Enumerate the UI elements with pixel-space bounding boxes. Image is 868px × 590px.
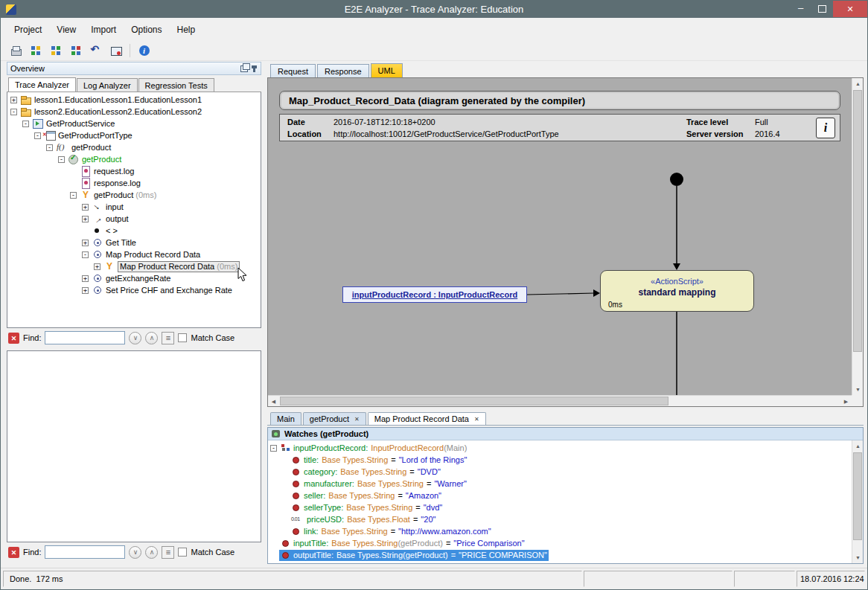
find-input[interactable] bbox=[45, 545, 125, 559]
watch-item-inputtitle[interactable]: inputTitle:Base Types.String(getProduct)… bbox=[268, 537, 852, 549]
close-icon[interactable]: ✕ bbox=[474, 416, 479, 423]
object-node-inputproductrecord[interactable]: inputProductRecord : InputProductRecord bbox=[342, 286, 527, 303]
watch-item-seller[interactable]: seller:Base Types.String="Amazon" bbox=[268, 490, 852, 501]
tree-item-response-log[interactable]: response.log bbox=[7, 177, 261, 189]
toolbar-button-info[interactable] bbox=[135, 42, 153, 59]
action-node-standard-mapping[interactable]: «ActionScript» standard mapping 0ms bbox=[600, 270, 754, 312]
match-case-checkbox[interactable] bbox=[178, 333, 187, 342]
tree-item-map-product-record-data[interactable]: +Map Product Record Data (0ms) bbox=[7, 260, 261, 272]
watch-item-priceusd[interactable]: priceUSD:Base Types.Float="20" bbox=[268, 513, 852, 525]
toolbar-button-screen[interactable] bbox=[107, 42, 124, 59]
watch-item-category[interactable]: category:Base Types.String="DVD" bbox=[268, 466, 852, 478]
scrollbar-thumb[interactable] bbox=[280, 397, 668, 405]
uml-horizontal-scrollbar[interactable] bbox=[268, 395, 852, 406]
expand-icon[interactable]: + bbox=[82, 204, 89, 211]
watch-item-link[interactable]: link:Base Types.String="http://www.amazo… bbox=[268, 525, 852, 537]
watch-item-inputproductrecord[interactable]: -inputProductRecord:InputProductRecord(M… bbox=[268, 442, 852, 454]
scroll-right-icon[interactable] bbox=[840, 396, 852, 407]
toolbar-button-model-tree[interactable] bbox=[27, 42, 44, 59]
tree-item-output[interactable]: +output bbox=[7, 213, 261, 225]
collapse-icon[interactable]: - bbox=[22, 121, 29, 127]
expander-spac­er bbox=[281, 457, 287, 464]
lower-list-area[interactable] bbox=[7, 350, 261, 542]
tree-item-request-log[interactable]: request.log bbox=[7, 165, 261, 177]
match-case-checkbox[interactable] bbox=[178, 548, 187, 557]
find-options-button[interactable] bbox=[162, 332, 174, 344]
collapse-icon[interactable]: - bbox=[34, 132, 41, 139]
clear-find-icon[interactable] bbox=[8, 333, 19, 344]
close-icon[interactable]: ✕ bbox=[354, 416, 360, 423]
expand-icon[interactable]: + bbox=[94, 263, 100, 270]
tab-uml[interactable]: UML bbox=[371, 63, 403, 77]
collapse-icon[interactable]: - bbox=[70, 192, 77, 199]
expand-icon[interactable]: + bbox=[82, 240, 89, 246]
tree-item-input[interactable]: +input bbox=[7, 201, 261, 213]
watch-item-manufacturer[interactable]: manufacturer:Base Types.String="Warner" bbox=[268, 478, 852, 490]
expand-icon[interactable]: + bbox=[82, 275, 89, 282]
collapse-icon[interactable]: - bbox=[82, 251, 89, 258]
find-options-button[interactable] bbox=[162, 546, 174, 559]
watch-item-title[interactable]: title:Base Types.String="Lord of the Rin… bbox=[268, 454, 852, 466]
clear-find-icon[interactable] bbox=[8, 547, 19, 558]
collapse-icon[interactable]: - bbox=[270, 445, 277, 452]
scrollbar-thumb[interactable] bbox=[853, 452, 862, 540]
find-prev-button[interactable] bbox=[145, 546, 158, 559]
initial-node[interactable] bbox=[670, 173, 683, 186]
toolbar-button-import[interactable] bbox=[47, 42, 64, 59]
scroll-up-icon[interactable] bbox=[852, 78, 864, 89]
watches-scrollbar[interactable] bbox=[852, 440, 863, 563]
tree-item-getproduct[interactable]: -getProduct (0ms) bbox=[7, 189, 261, 201]
float-panel-icon[interactable] bbox=[240, 65, 248, 72]
doc-tab-main[interactable]: Main bbox=[270, 412, 301, 425]
menu-item-help[interactable]: Help bbox=[170, 22, 203, 38]
menu-item-project[interactable]: Project bbox=[7, 22, 49, 38]
tree-item-[interactable]: < > bbox=[7, 225, 261, 237]
tree-item-get-title[interactable]: +Get Title bbox=[7, 237, 261, 248]
expand-icon[interactable]: + bbox=[82, 216, 89, 222]
uml-vertical-scrollbar[interactable] bbox=[852, 78, 863, 395]
scroll-down-icon[interactable] bbox=[852, 552, 864, 563]
menu-item-view[interactable]: View bbox=[49, 22, 83, 38]
tab-log-analyzer[interactable]: Log Analyzer bbox=[77, 78, 138, 92]
tab-trace-analyzer[interactable]: Trace Analyzer bbox=[8, 77, 76, 92]
watch-item-sellertype[interactable]: sellerType:Base Types.String="dvd" bbox=[268, 501, 852, 513]
minimize-button[interactable] bbox=[790, 1, 811, 17]
find-next-button[interactable] bbox=[129, 546, 141, 559]
tree-item-getproductservice[interactable]: -GetProductService bbox=[7, 118, 261, 129]
scroll-down-icon[interactable] bbox=[852, 384, 864, 395]
tree-item-getexchangerate[interactable]: +getExchangeRate bbox=[7, 272, 261, 284]
expand-icon[interactable]: + bbox=[10, 97, 17, 103]
collapse-icon[interactable]: - bbox=[46, 144, 53, 151]
toolbar-button-undo[interactable] bbox=[87, 42, 104, 59]
find-input[interactable] bbox=[45, 331, 125, 344]
find-next-button[interactable] bbox=[129, 332, 141, 344]
watch-item-outputtitle[interactable]: outputTitle:Base Types.String(getProduct… bbox=[268, 549, 852, 561]
scrollbar-thumb[interactable] bbox=[853, 90, 862, 352]
pin-icon[interactable] bbox=[253, 65, 255, 72]
find-prev-button[interactable] bbox=[145, 332, 158, 344]
tree-item-getproductporttype[interactable]: -GetProductPortType bbox=[7, 129, 261, 141]
expand-icon[interactable]: + bbox=[82, 287, 89, 294]
tree-item-getproduct[interactable]: -getProduct bbox=[7, 141, 261, 153]
close-button[interactable] bbox=[833, 1, 867, 17]
maximize-button[interactable] bbox=[811, 1, 833, 17]
overview-tabs: Trace AnalyzerLog AnalyzerRegression Tes… bbox=[7, 77, 261, 92]
tree-item-getproduct[interactable]: -getProduct bbox=[7, 153, 261, 165]
menu-item-import[interactable]: Import bbox=[83, 22, 124, 38]
tree-item-set-price-chf-and-exchange-rate[interactable]: +Set Price CHF and Exchange Rate bbox=[7, 284, 261, 296]
toolbar-button-refresh[interactable] bbox=[67, 42, 84, 59]
collapse-icon[interactable]: - bbox=[10, 109, 17, 115]
collapse-icon[interactable]: - bbox=[58, 156, 65, 163]
scroll-left-icon[interactable] bbox=[268, 396, 279, 407]
tree-item-lesson1-educationlesson1-educationlesson1[interactable]: +lesson1.EducationLesson1.EducationLesso… bbox=[7, 94, 261, 106]
tab-response[interactable]: Response bbox=[317, 64, 369, 77]
tree-item-map-product-record-data[interactable]: -Map Product Record Data bbox=[7, 248, 261, 260]
tab-request[interactable]: Request bbox=[270, 64, 316, 77]
toolbar-button-printer[interactable] bbox=[7, 42, 24, 59]
doc-tab-map-product-record-data[interactable]: Map Product Record Data✕ bbox=[368, 412, 486, 425]
menu-item-options[interactable]: Options bbox=[124, 22, 169, 38]
doc-tab-getproduct[interactable]: getProduct✕ bbox=[303, 412, 366, 425]
tree-item-lesson2-educationlesson2-educationlesson2[interactable]: -lesson2.EducationLesson2.EducationLesso… bbox=[7, 106, 261, 118]
tab-regression-tests[interactable]: Regression Tests bbox=[138, 78, 214, 92]
scroll-up-icon[interactable] bbox=[852, 440, 864, 452]
